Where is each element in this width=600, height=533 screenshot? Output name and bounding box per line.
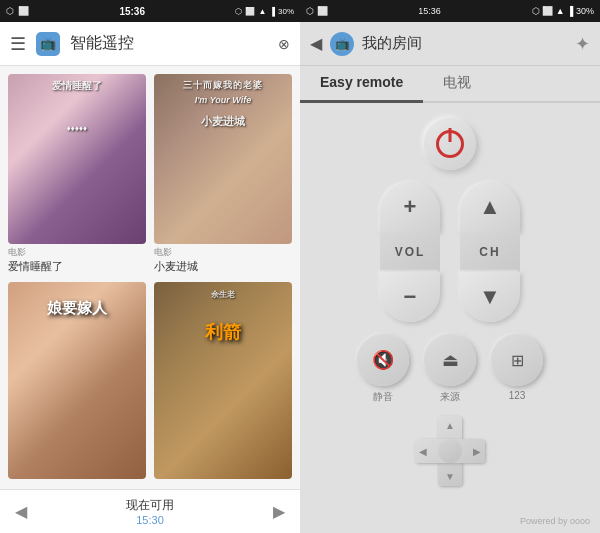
status-left-icons: ⬡ ⬜ — [6, 6, 29, 16]
battery-percent-r: 30% — [576, 6, 594, 16]
movie-card-3[interactable]: 娘要嫁人 — [8, 282, 146, 482]
plus-icon: + — [404, 194, 417, 220]
power-button[interactable] — [424, 118, 476, 170]
left-panel: ⬡ ⬜ 15:36 ⬡ ⬜ ▲ ▐ 30% ☰ 📺 智能遥控 ⊗ 爱情睡醒了 ♦… — [0, 0, 300, 533]
poster-subtitle-2: 三十而嫁我的老婆 — [154, 79, 292, 92]
up-arrow-icon: ▲ — [479, 194, 501, 220]
app-title: 智能遥控 — [70, 33, 268, 54]
dpad-up-icon[interactable]: ▲ — [445, 420, 455, 431]
numpad-icon: ⊞ — [511, 351, 524, 370]
mute-icon: 🔇 — [372, 349, 394, 371]
status-right-right-icons: ⬡ ⬜ ▲ ▐ 30% — [532, 6, 594, 16]
vol-ch-row: + VOL − ▲ CH ▼ — [310, 182, 590, 322]
battery-percent: 30% — [278, 7, 294, 16]
power-icon — [436, 130, 464, 158]
poster-overlay-4: 余生老 利箭 — [154, 287, 292, 345]
nav-left-arrow[interactable]: ◀ — [15, 502, 27, 521]
source-label: 来源 — [440, 390, 460, 404]
vol-down-button[interactable]: − — [380, 272, 440, 322]
poster-subtitle-1: 爱情睡醒了 — [8, 79, 146, 93]
movie-card-2[interactable]: 三十而嫁我的老婆 I'm Your Wife 小麦进城 电影 小麦进城 — [154, 74, 292, 274]
header-action-icon[interactable]: ⊗ — [278, 36, 290, 52]
poster-overlay-2: 三十而嫁我的老婆 I'm Your Wife 小麦进城 — [154, 79, 292, 130]
numpad-label: 123 — [509, 390, 526, 401]
poster-people-1: ♦♦♦♦♦ — [8, 123, 146, 134]
signal-icon-r: ▐ — [567, 6, 573, 16]
down-arrow-icon: ▼ — [479, 284, 501, 310]
status-time-left: 15:36 — [119, 6, 145, 17]
movie-card-4[interactable]: 余生老 利箭 — [154, 282, 292, 482]
header-right: ◀ 📺 我的房间 ✦ — [300, 22, 600, 66]
photo-icon-rr: ⬜ — [542, 6, 553, 16]
dpad-left-icon[interactable]: ◀ — [419, 446, 427, 457]
movie-card-1[interactable]: 爱情睡醒了 ♦♦♦♦♦ 电影 爱情睡醒了 — [8, 74, 146, 274]
now-available-label: 现在可用 — [126, 497, 174, 514]
photo-icon: ⬜ — [18, 6, 29, 16]
tab-easy-remote[interactable]: Easy remote — [300, 66, 423, 103]
dpad-right-icon[interactable]: ▶ — [473, 446, 481, 457]
footer-text: Powered by oooo — [520, 516, 590, 526]
ch-label: CH — [460, 232, 520, 272]
usb-icon-rr: ⬡ — [532, 6, 540, 16]
remote-body: + VOL − ▲ CH ▼ 🔇 — [300, 103, 600, 509]
minus-icon: − — [404, 284, 417, 310]
tab-tv[interactable]: 电视 — [423, 66, 491, 103]
dpad-down-icon[interactable]: ▼ — [445, 471, 455, 482]
ch-control: ▲ CH ▼ — [460, 182, 520, 322]
room-title: 我的房间 — [362, 34, 567, 53]
mute-container: 🔇 静音 — [357, 334, 409, 404]
usb-icon: ⬡ — [6, 6, 14, 16]
movie-label-1: 电影 — [8, 246, 146, 259]
movie-label-2: 电影 — [154, 246, 292, 259]
ch-up-button[interactable]: ▲ — [460, 182, 520, 232]
usb-icon-right: ⬡ — [235, 7, 242, 16]
now-available-section: 现在可用 15:30 — [126, 497, 174, 526]
wifi-icon-r: ▲ — [556, 6, 565, 16]
photo-icon-r: ⬜ — [317, 6, 328, 16]
tv-icon: 📺 — [40, 36, 56, 51]
vol-control: + VOL − — [380, 182, 440, 322]
photo-icon-right: ⬜ — [245, 7, 255, 16]
star-icon[interactable]: ✦ — [575, 33, 590, 55]
room-icon: 📺 — [330, 32, 354, 56]
poster-overlay-1: 爱情睡醒了 ♦♦♦♦♦ — [8, 79, 146, 134]
wifi-icon: ▲ — [258, 7, 266, 16]
menu-icon[interactable]: ☰ — [10, 33, 26, 55]
app-icon: 📺 — [36, 32, 60, 56]
dpad: ▲ ▼ ◀ ▶ — [415, 416, 485, 486]
header-left: ☰ 📺 智能遥控 ⊗ — [0, 22, 300, 66]
mute-button[interactable]: 🔇 — [357, 334, 409, 386]
source-container: ⏏ 来源 — [424, 334, 476, 404]
dpad-center[interactable] — [438, 439, 462, 463]
movie-title-2: 小麦进城 — [154, 259, 292, 274]
vol-label: VOL — [380, 232, 440, 272]
movie-poster-4[interactable]: 余生老 利箭 — [154, 282, 292, 480]
ch-down-button[interactable]: ▼ — [460, 272, 520, 322]
poster-overlay-3: 娘要嫁人 — [8, 287, 146, 318]
right-panel: ⬡ ⬜ 15:36 ⬡ ⬜ ▲ ▐ 30% ◀ 📺 我的房间 ✦ Easy re… — [300, 0, 600, 533]
movie-grid: 爱情睡醒了 ♦♦♦♦♦ 电影 爱情睡醒了 三十而嫁我的老婆 I'm Your W… — [0, 66, 300, 489]
source-button[interactable]: ⏏ — [424, 334, 476, 386]
numpad-button[interactable]: ⊞ — [491, 334, 543, 386]
back-arrow[interactable]: ◀ — [310, 34, 322, 53]
nav-right-arrow[interactable]: ▶ — [273, 502, 285, 521]
movie-poster-1[interactable]: 爱情睡醒了 ♦♦♦♦♦ — [8, 74, 146, 244]
vol-up-button[interactable]: + — [380, 182, 440, 232]
icon-btns-row: 🔇 静音 ⏏ 来源 ⊞ 123 — [357, 334, 543, 404]
numpad-container: ⊞ 123 — [491, 334, 543, 401]
status-right-left-icons: ⬡ ⬜ — [306, 6, 328, 16]
mute-label: 静音 — [373, 390, 393, 404]
status-time-right: 15:36 — [418, 6, 441, 16]
bottom-bar-left: ◀ 现在可用 15:30 ▶ — [0, 489, 300, 533]
status-right-icons-left: ⬡ ⬜ ▲ ▐ 30% — [235, 7, 294, 16]
usb-icon-r: ⬡ — [306, 6, 314, 16]
movie-poster-2[interactable]: 三十而嫁我的老婆 I'm Your Wife 小麦进城 — [154, 74, 292, 244]
status-bar-right: ⬡ ⬜ 15:36 ⬡ ⬜ ▲ ▐ 30% — [300, 0, 600, 22]
movie-poster-3[interactable]: 娘要嫁人 — [8, 282, 146, 480]
status-bar-left: ⬡ ⬜ 15:36 ⬡ ⬜ ▲ ▐ 30% — [0, 0, 300, 22]
remote-footer: Powered by oooo — [300, 509, 600, 533]
signal-icon: ▐ — [269, 7, 275, 16]
dpad-container: ▲ ▼ ◀ ▶ — [415, 416, 485, 486]
movie-title-1: 爱情睡醒了 — [8, 259, 146, 274]
tabs-right: Easy remote 电视 — [300, 66, 600, 103]
